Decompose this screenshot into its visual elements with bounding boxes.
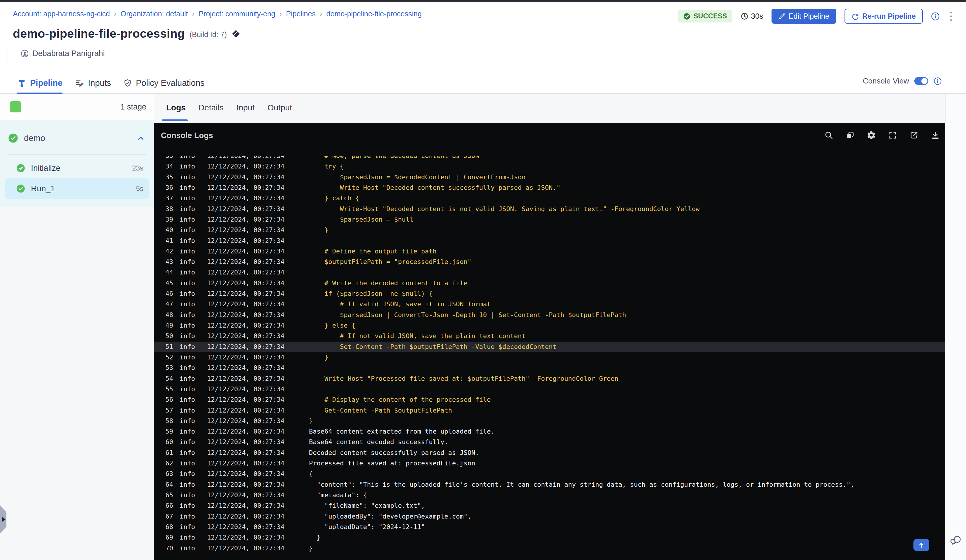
info-icon[interactable] bbox=[931, 12, 940, 21]
stage-status-square bbox=[10, 101, 21, 112]
log-row: 61info12/12/2024, 00:27:34Decoded conten… bbox=[154, 448, 945, 458]
log-timestamp: 12/12/2024, 00:27:34 bbox=[207, 373, 284, 384]
log-list: 33info12/12/2024, 00:27:34 # Now, parse … bbox=[154, 156, 945, 553]
breadcrumb-item[interactable]: Account: app-harness-ng-cicd bbox=[13, 10, 110, 18]
log-level: info bbox=[180, 320, 195, 331]
log-timestamp: 12/12/2024, 00:27:34 bbox=[207, 267, 284, 278]
console-view-toggle[interactable] bbox=[914, 77, 928, 85]
log-message: Set-Content -Path $outputFilePath -Value… bbox=[309, 342, 557, 352]
log-level: info bbox=[180, 331, 195, 341]
log-row: 68info12/12/2024, 00:27:34 "uploadDate":… bbox=[154, 522, 945, 532]
log-row: 62info12/12/2024, 00:27:34Processed file… bbox=[154, 458, 945, 469]
step-success-icon bbox=[16, 164, 25, 172]
rerun-icon bbox=[851, 13, 859, 20]
edit-pipeline-button[interactable]: Edit Pipeline bbox=[772, 9, 836, 24]
step-list: Initialize 23s Run_1 5s bbox=[0, 158, 154, 199]
open-in-new-icon[interactable] bbox=[909, 130, 919, 140]
log-line-number: 52 bbox=[159, 352, 173, 363]
copy-icon[interactable] bbox=[845, 130, 855, 140]
breadcrumb-item[interactable]: Organization: default bbox=[121, 10, 188, 18]
tab-inputs[interactable]: Inputs bbox=[75, 78, 111, 88]
arrow-up-icon bbox=[918, 541, 925, 549]
log-level: info bbox=[180, 532, 195, 543]
log-level: info bbox=[180, 469, 195, 479]
kebab-menu-icon[interactable] bbox=[948, 10, 955, 22]
author-divider bbox=[8, 46, 8, 62]
log-row: 53info12/12/2024, 00:27:34 bbox=[154, 363, 945, 373]
log-timestamp: 12/12/2024, 00:27:34 bbox=[207, 543, 284, 553]
log-level: info bbox=[180, 156, 195, 161]
log-row: 41info12/12/2024, 00:27:34 bbox=[154, 236, 945, 246]
log-row: 35info12/12/2024, 00:27:34 $parsedJson =… bbox=[154, 172, 945, 182]
log-timestamp: 12/12/2024, 00:27:34 bbox=[207, 161, 284, 172]
tab-input[interactable]: Input bbox=[236, 103, 255, 112]
log-line-number: 34 bbox=[159, 161, 173, 172]
log-message: Base64 content extracted from the upload… bbox=[309, 426, 495, 437]
console-header: Console Logs bbox=[154, 123, 945, 151]
settings-icon[interactable] bbox=[867, 130, 876, 140]
log-timestamp: 12/12/2024, 00:27:34 bbox=[207, 331, 284, 341]
tab-output[interactable]: Output bbox=[268, 103, 292, 112]
log-timestamp: 12/12/2024, 00:27:34 bbox=[207, 225, 284, 235]
log-level: info bbox=[180, 204, 195, 214]
log-line-number: 45 bbox=[159, 278, 173, 289]
page-title: demo-pipeline-file-processing bbox=[13, 27, 185, 41]
breadcrumb-separator: › bbox=[114, 9, 117, 18]
log-row: 55info12/12/2024, 00:27:34 bbox=[154, 384, 945, 394]
tab-policy-evaluations[interactable]: Policy Evaluations bbox=[123, 78, 204, 88]
rerun-pipeline-button[interactable]: Re-run Pipeline bbox=[844, 9, 923, 24]
stage-group-demo[interactable]: demo bbox=[0, 129, 154, 148]
chevron-up-icon[interactable] bbox=[136, 134, 145, 143]
content-area: 1 stage demo Initi bbox=[0, 94, 966, 560]
scroll-to-top-button[interactable] bbox=[913, 539, 929, 551]
tab-pipeline[interactable]: Pipeline bbox=[18, 78, 62, 88]
fullscreen-icon[interactable] bbox=[888, 130, 897, 140]
log-timestamp: 12/12/2024, 00:27:34 bbox=[207, 236, 284, 246]
tab-details[interactable]: Details bbox=[199, 103, 224, 112]
log-row: 44info12/12/2024, 00:27:34 bbox=[154, 267, 945, 278]
console-toolbar bbox=[824, 130, 940, 140]
step-initialize[interactable]: Initialize 23s bbox=[5, 158, 149, 178]
log-row: 60info12/12/2024, 00:27:34Base64 content… bbox=[154, 437, 945, 447]
log-level: info bbox=[180, 363, 195, 373]
log-message: Write-Host "Decoded content is not valid… bbox=[309, 204, 700, 214]
active-log-tab-underline bbox=[162, 120, 188, 121]
log-level: info bbox=[180, 543, 195, 553]
log-level: info bbox=[180, 384, 195, 394]
log-row: 64info12/12/2024, 00:27:34 "content": "T… bbox=[154, 480, 945, 490]
log-viewport[interactable]: 33info12/12/2024, 00:27:34 # Now, parse … bbox=[154, 156, 945, 560]
chat-bubbles-icon[interactable] bbox=[950, 535, 962, 546]
log-timestamp: 12/12/2024, 00:27:34 bbox=[207, 156, 284, 161]
log-line-number: 42 bbox=[159, 246, 173, 257]
log-level: info bbox=[180, 437, 195, 447]
step-run-1[interactable]: Run_1 5s bbox=[5, 178, 149, 199]
download-icon[interactable] bbox=[931, 130, 940, 140]
breadcrumb-item[interactable]: Pipelines bbox=[286, 10, 315, 18]
log-timestamp: 12/12/2024, 00:27:34 bbox=[207, 214, 284, 225]
console-panel: Console Logs bbox=[154, 123, 945, 560]
search-icon[interactable] bbox=[824, 130, 833, 140]
log-message: $parsedJson | ConvertTo-Json -Depth 10 |… bbox=[309, 310, 626, 320]
log-timestamp: 12/12/2024, 00:27:34 bbox=[207, 172, 284, 182]
log-message: Processed file saved at: processedFile.j… bbox=[309, 458, 475, 469]
execution-sidebar: 1 stage demo Initi bbox=[0, 94, 154, 560]
success-check-icon bbox=[683, 13, 691, 20]
console-view-info-icon[interactable] bbox=[933, 77, 942, 85]
breadcrumb-separator: › bbox=[192, 9, 195, 18]
breadcrumb-item[interactable]: demo-pipeline-file-processing bbox=[327, 10, 422, 18]
log-line-number: 46 bbox=[159, 289, 173, 299]
log-line-number: 54 bbox=[159, 373, 173, 384]
log-timestamp: 12/12/2024, 00:27:34 bbox=[207, 204, 284, 214]
breadcrumb-item[interactable]: Project: community-eng bbox=[199, 10, 275, 18]
log-row: 39info12/12/2024, 00:27:34 $parsedJson =… bbox=[154, 214, 945, 225]
log-message: # Display the content of the processed f… bbox=[309, 394, 491, 405]
log-timestamp: 12/12/2024, 00:27:34 bbox=[207, 384, 284, 394]
log-row: 47info12/12/2024, 00:27:34 # If valid JS… bbox=[154, 299, 945, 309]
log-line-number: 37 bbox=[159, 193, 173, 204]
log-timestamp: 12/12/2024, 00:27:34 bbox=[207, 458, 284, 469]
log-line-number: 39 bbox=[159, 214, 173, 225]
log-line-number: 47 bbox=[159, 299, 173, 309]
log-level: info bbox=[180, 161, 195, 172]
tab-logs[interactable]: Logs bbox=[166, 103, 186, 112]
title-row: demo-pipeline-file-processing (Build Id:… bbox=[13, 27, 240, 41]
